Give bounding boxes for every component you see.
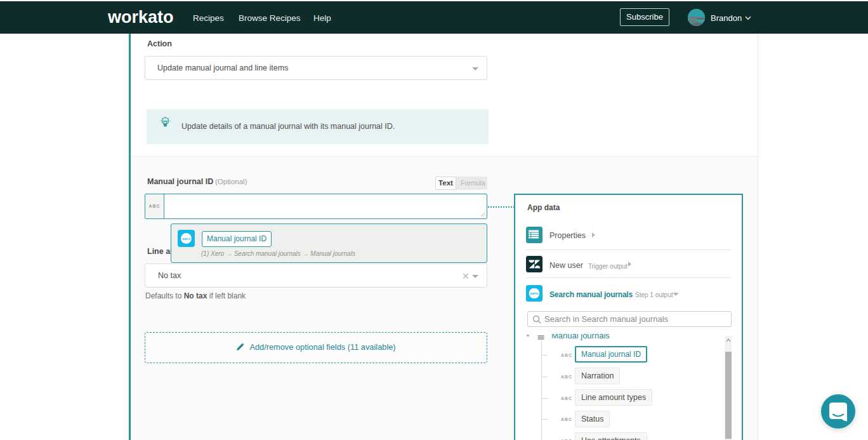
svg-text:xero: xero: [182, 237, 190, 241]
svg-text:xero: xero: [530, 291, 539, 295]
